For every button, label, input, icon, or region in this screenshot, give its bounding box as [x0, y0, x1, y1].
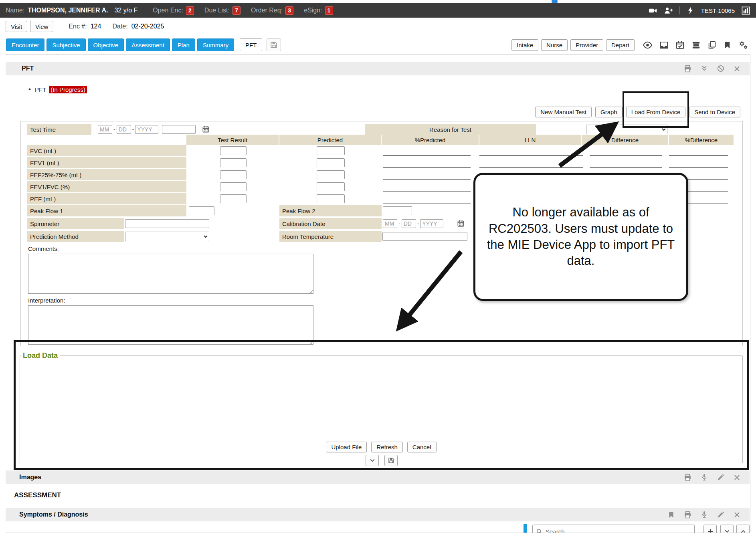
video-icon[interactable]	[648, 6, 657, 15]
room-temperature-input[interactable]	[382, 232, 467, 241]
peak-flow-2-input[interactable]	[383, 206, 412, 215]
calibration-date-label: Calibration Date	[279, 218, 382, 229]
pef-test-result-input[interactable]	[220, 194, 247, 203]
view-button[interactable]: View	[30, 21, 53, 32]
save-note-button[interactable]	[267, 38, 281, 51]
collapse-icon[interactable]	[700, 65, 708, 73]
provider-button[interactable]: Provider	[570, 39, 603, 51]
bookmark-icon[interactable]	[667, 511, 675, 519]
col-header-pdifference: %Difference	[669, 135, 734, 145]
open-enc-badge[interactable]: 2	[186, 6, 194, 15]
symptoms-section-bar: Symptoms / Diagnosis	[6, 508, 750, 521]
load-data-panel: Load Data Upload File Refresh Cancel	[20, 351, 743, 463]
test-time-dd-input[interactable]	[117, 125, 131, 134]
add-person-icon[interactable]	[664, 6, 673, 15]
load-from-device-button[interactable]: Load From Device	[626, 107, 686, 117]
close-icon[interactable]	[733, 474, 741, 481]
pencil-icon[interactable]	[717, 473, 725, 481]
pft-link[interactable]: PFT	[35, 86, 46, 93]
plus-icon	[707, 528, 714, 533]
fev1fvc-predicted-input[interactable]	[317, 182, 345, 191]
col-header-difference: Difference	[582, 135, 668, 145]
tab-pft-active[interactable]: PFT	[240, 38, 262, 51]
fef-predicted-input[interactable]	[317, 170, 345, 179]
tab-plan[interactable]: Plan	[172, 38, 195, 51]
visit-button[interactable]: Visit	[6, 21, 27, 32]
spirometer-label: Spirometer	[27, 218, 124, 229]
fev1-predicted-input[interactable]	[317, 158, 345, 167]
tab-encounter[interactable]: Encounter	[6, 38, 44, 51]
comments-textarea[interactable]	[28, 254, 313, 294]
test-time-mm-input[interactable]	[98, 125, 112, 134]
fev1fvc-test-result-input[interactable]	[220, 182, 247, 191]
symptoms-toolbar-partial	[5, 524, 750, 533]
print-icon[interactable]	[683, 511, 692, 519]
calibration-yyyy-input[interactable]	[420, 219, 443, 228]
pencil-icon[interactable]	[717, 511, 725, 519]
tab-assessment[interactable]: Assessment	[126, 38, 170, 51]
save-icon	[270, 41, 278, 49]
chart-icon[interactable]	[741, 6, 750, 15]
print-icon[interactable]	[683, 65, 692, 73]
depart-button[interactable]: Depart	[606, 39, 635, 51]
pef-predicted-input[interactable]	[317, 194, 345, 203]
due-list-badge[interactable]: 7	[232, 6, 241, 15]
fvc-test-result-input[interactable]	[220, 146, 247, 155]
tab-objective[interactable]: Objective	[88, 38, 124, 51]
inbox-icon[interactable]	[659, 40, 669, 50]
images-section-bar: Images	[6, 470, 750, 484]
block-icon[interactable]	[717, 65, 725, 73]
calibration-mm-input[interactable]	[383, 219, 397, 228]
collapse-section-button[interactable]	[366, 455, 379, 466]
gears-icon[interactable]	[738, 40, 748, 50]
graph-button[interactable]: Graph	[595, 107, 623, 117]
fev1-test-result-input[interactable]	[220, 158, 247, 167]
test-time-time-input[interactable]	[162, 125, 196, 134]
close-icon[interactable]	[733, 511, 741, 519]
add-diagnosis-button[interactable]	[703, 525, 717, 533]
reason-for-test-select[interactable]	[586, 125, 667, 134]
patient-name[interactable]: THOMPSON, JENNIFER A.	[28, 7, 108, 14]
send-to-device-button[interactable]: Send to Device	[689, 107, 740, 117]
expand-button[interactable]	[720, 525, 734, 533]
nurse-button[interactable]: Nurse	[541, 39, 568, 51]
intake-button[interactable]: Intake	[511, 39, 538, 51]
tab-summary[interactable]: Summary	[197, 38, 234, 51]
close-icon[interactable]	[733, 65, 741, 73]
tab-subjective[interactable]: Subjective	[46, 38, 85, 51]
books-icon[interactable]	[691, 40, 701, 50]
fef-test-result-input[interactable]	[220, 170, 247, 179]
value-line	[383, 204, 471, 204]
peak-flow-1-input[interactable]	[189, 206, 214, 215]
order-req-badge[interactable]: 3	[285, 6, 293, 15]
calibration-dd-input[interactable]	[402, 219, 416, 228]
status-badge: (In Progress)	[49, 86, 87, 93]
calendar-picker-icon[interactable]	[457, 220, 465, 227]
new-manual-test-button[interactable]: New Manual Test	[535, 107, 592, 117]
value-line	[383, 155, 471, 156]
mic-icon[interactable]	[700, 511, 708, 519]
value-line	[479, 168, 583, 168]
col-header-ppredicted: %Predicted	[382, 135, 479, 145]
value-line	[590, 155, 662, 156]
search-input[interactable]	[546, 528, 694, 533]
cancel-button[interactable]: Cancel	[407, 442, 437, 452]
test-time-yyyy-input[interactable]	[135, 125, 158, 134]
interpretation-textarea[interactable]	[28, 305, 313, 345]
calendar-icon[interactable]	[675, 40, 685, 50]
fvc-predicted-input[interactable]	[317, 146, 345, 155]
esign-badge[interactable]: 1	[325, 6, 333, 15]
mic-icon[interactable]	[700, 473, 708, 481]
save-section-button[interactable]	[384, 455, 398, 466]
calendar-picker-icon[interactable]	[202, 125, 210, 133]
refresh-button[interactable]: Refresh	[371, 442, 403, 452]
collapse-button[interactable]	[736, 525, 750, 533]
print-icon[interactable]	[683, 473, 692, 482]
prediction-method-select[interactable]	[125, 232, 209, 241]
spirometer-input[interactable]	[125, 219, 209, 228]
upload-file-button[interactable]: Upload File	[326, 442, 367, 452]
bookmark-icon[interactable]	[723, 41, 732, 49]
eye-icon[interactable]	[643, 40, 653, 50]
copy-icon[interactable]	[707, 40, 716, 49]
lightning-icon[interactable]	[687, 6, 695, 14]
